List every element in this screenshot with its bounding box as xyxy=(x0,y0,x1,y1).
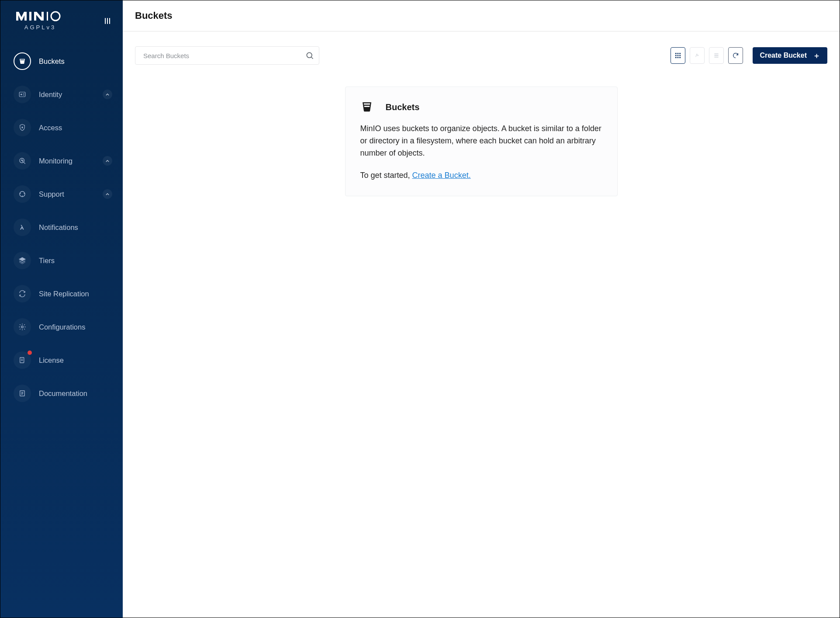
svg-rect-10 xyxy=(22,127,23,128)
shield-icon xyxy=(14,119,31,136)
list-view-button[interactable] xyxy=(709,47,724,64)
svg-rect-32 xyxy=(680,57,681,58)
svg-rect-0 xyxy=(29,12,31,21)
create-bucket-link[interactable]: Create a Bucket. xyxy=(412,171,471,180)
sidebar-item-label: Notifications xyxy=(39,223,112,232)
support-icon xyxy=(14,185,31,203)
content: Create Bucket ＋ Buckets MinIO uses bucke… xyxy=(123,31,840,211)
plus-icon: ＋ xyxy=(813,51,820,61)
sidebar-item-configurations[interactable]: Configurations xyxy=(0,310,123,344)
svg-rect-28 xyxy=(678,55,679,56)
identity-icon xyxy=(14,86,31,103)
page-title: Buckets xyxy=(135,10,827,21)
sidebar-item-notifications[interactable]: Notifications xyxy=(0,211,123,244)
documentation-icon xyxy=(14,385,31,402)
sidebar: AGPLv3 Buckets Identity xyxy=(0,0,123,618)
minio-logo xyxy=(16,11,64,21)
sidebar-item-label: Access xyxy=(39,124,112,132)
gear-icon xyxy=(14,318,31,336)
sidebar-item-label: License xyxy=(39,356,112,365)
svg-rect-35 xyxy=(715,57,719,58)
sidebar-item-monitoring[interactable]: Monitoring xyxy=(0,144,123,177)
sidebar-item-label: Configurations xyxy=(39,323,112,331)
brand-subtitle: AGPLv3 xyxy=(24,24,56,31)
svg-rect-15 xyxy=(20,358,24,363)
view-grid-button[interactable] xyxy=(671,47,685,64)
sidebar-item-label: Documentation xyxy=(39,389,112,398)
svg-rect-29 xyxy=(680,55,681,56)
empty-description: MinIO uses buckets to organize objects. … xyxy=(360,123,602,160)
sidebar-item-access[interactable]: Access xyxy=(0,111,123,144)
refresh-button[interactable] xyxy=(728,47,743,64)
empty-cta: To get started, Create a Bucket. xyxy=(360,171,602,180)
sidebar-item-support[interactable]: Support xyxy=(0,177,123,211)
license-icon xyxy=(14,351,31,369)
sidebar-nav: Buckets Identity Access xyxy=(0,41,123,413)
chevron-up-icon xyxy=(103,189,112,199)
empty-state-card: Buckets MinIO uses buckets to organize o… xyxy=(345,87,618,196)
brand: AGPLv3 xyxy=(16,11,64,31)
search-wrap xyxy=(135,46,319,65)
svg-rect-31 xyxy=(678,57,679,58)
layers-icon xyxy=(14,252,31,269)
svg-line-23 xyxy=(311,57,313,59)
sidebar-item-label: Monitoring xyxy=(39,157,95,165)
svg-rect-33 xyxy=(715,53,719,54)
svg-point-2 xyxy=(51,12,60,21)
svg-rect-34 xyxy=(715,55,719,56)
sidebar-item-label: Buckets xyxy=(39,57,112,66)
notification-badge xyxy=(28,351,32,355)
lambda-icon xyxy=(14,219,31,236)
sidebar-item-tiers[interactable]: Tiers xyxy=(0,244,123,277)
lifecycle-button[interactable] xyxy=(690,47,705,64)
svg-point-7 xyxy=(21,94,22,95)
svg-rect-25 xyxy=(678,53,679,54)
sidebar-item-buckets[interactable]: Buckets xyxy=(0,45,123,78)
svg-rect-24 xyxy=(675,53,677,54)
sidebar-item-license[interactable]: License xyxy=(0,344,123,377)
sidebar-item-label: Site Replication xyxy=(39,290,112,298)
svg-line-12 xyxy=(24,162,25,163)
svg-rect-6 xyxy=(19,92,25,97)
sidebar-item-label: Tiers xyxy=(39,257,112,265)
svg-point-14 xyxy=(21,326,24,328)
create-bucket-label: Create Bucket xyxy=(760,52,807,59)
topbar: Buckets xyxy=(123,0,840,31)
svg-rect-1 xyxy=(47,12,48,21)
svg-point-22 xyxy=(307,52,312,58)
empty-title: Buckets xyxy=(386,102,420,112)
svg-rect-27 xyxy=(675,55,677,56)
monitoring-icon xyxy=(14,152,31,170)
sidebar-item-site-replication[interactable]: Site Replication xyxy=(0,277,123,310)
sidebar-item-label: Support xyxy=(39,190,95,198)
empty-cta-prefix: To get started, xyxy=(360,171,412,180)
sidebar-collapse-button[interactable] xyxy=(103,16,112,26)
chevron-up-icon xyxy=(103,90,112,99)
bucket-icon xyxy=(360,100,374,114)
replication-icon xyxy=(14,285,31,302)
main: Buckets xyxy=(123,0,840,618)
sidebar-item-label: Identity xyxy=(39,90,95,99)
toolbar: Create Bucket ＋ xyxy=(135,46,827,65)
sidebar-item-identity[interactable]: Identity xyxy=(0,78,123,111)
bucket-icon xyxy=(14,52,31,70)
svg-rect-26 xyxy=(680,53,681,54)
svg-rect-30 xyxy=(675,57,677,58)
search-icon xyxy=(305,51,314,60)
sidebar-item-documentation[interactable]: Documentation xyxy=(0,377,123,410)
sidebar-header: AGPLv3 xyxy=(0,6,123,41)
chevron-up-icon xyxy=(103,156,112,166)
search-input[interactable] xyxy=(135,46,319,65)
create-bucket-button[interactable]: Create Bucket ＋ xyxy=(753,47,827,64)
